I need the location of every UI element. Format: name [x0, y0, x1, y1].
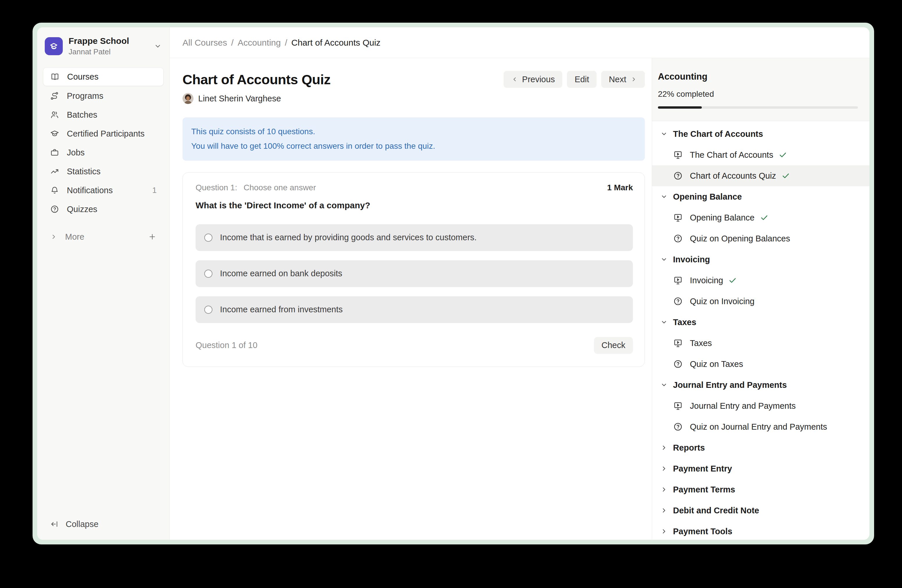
outline-chapter[interactable]: Invoicing	[652, 249, 869, 270]
check-button[interactable]: Check	[594, 337, 633, 354]
chapter-label: Reports	[673, 443, 705, 453]
collapse-label: Collapse	[66, 519, 99, 529]
outline-lesson[interactable]: Quiz on Taxes	[652, 353, 869, 374]
radio-button[interactable]	[204, 270, 212, 278]
outline-chapter-collapsed[interactable]: Payment Entry	[652, 458, 869, 479]
outline-lesson[interactable]: Quiz on Opening Balances	[652, 228, 869, 249]
outline-tree[interactable]: The Chart of Accounts The Chart of Accou…	[652, 121, 869, 540]
lesson-label: Quiz on Invoicing	[690, 297, 754, 306]
lesson-label: Quiz on Opening Balances	[690, 234, 790, 244]
lesson-label: Invoicing	[690, 276, 723, 285]
outline-lesson[interactable]: Quiz on Journal Entry and Payments	[652, 416, 869, 437]
question-text: What is the 'Direct Income' of a company…	[196, 200, 633, 210]
monitor-play-icon	[673, 338, 683, 348]
chapter-label: Opening Balance	[673, 192, 742, 202]
monitor-play-icon	[673, 213, 683, 222]
outline-chapter-collapsed[interactable]: Reports	[652, 437, 869, 458]
monitor-play-icon	[673, 150, 683, 160]
outline-chapter[interactable]: Journal Entry and Payments	[652, 374, 869, 396]
book-open-icon	[50, 72, 60, 81]
breadcrumb-separator: /	[231, 38, 233, 48]
outline-lesson[interactable]: Invoicing	[652, 270, 869, 291]
chevron-down-icon	[660, 256, 668, 263]
outline-chapter-collapsed[interactable]: Payment Terms	[652, 479, 869, 500]
outline-chapter[interactable]: Taxes	[652, 312, 869, 333]
breadcrumb-separator: /	[285, 38, 287, 48]
chapter-label: Debit and Credit Note	[673, 506, 759, 515]
chapter-label: The Chart of Accounts	[673, 129, 763, 139]
content-row: Chart of Accounts Quiz Previous Edit	[170, 58, 869, 540]
progress-bar	[658, 106, 858, 109]
chevron-right-icon	[660, 507, 668, 514]
chevron-down-icon	[660, 381, 668, 389]
answer-option-3[interactable]: Income earned from investments	[196, 296, 633, 323]
sidebar-item-label: Certified Participants	[67, 129, 145, 139]
sidebar-item-quizzes[interactable]: Quizzes	[43, 200, 164, 218]
option-label: Income that is earned by providing goods…	[220, 233, 476, 242]
lesson-label: Chart of Accounts Quiz	[690, 171, 776, 181]
previous-label: Previous	[522, 75, 555, 84]
brand-name: Frappe School	[69, 36, 129, 46]
check-icon	[728, 276, 737, 285]
help-circle-icon	[50, 205, 59, 214]
collapse-sidebar-button[interactable]: Collapse	[43, 516, 164, 532]
previous-button[interactable]: Previous	[504, 71, 562, 88]
radio-button[interactable]	[204, 306, 212, 314]
chevron-down-icon	[154, 42, 162, 50]
plus-icon[interactable]	[148, 232, 157, 241]
question-card: Question 1: Choose one answer 1 Mark Wha…	[183, 172, 645, 367]
outline-chapter[interactable]: The Chart of Accounts	[652, 124, 869, 144]
answer-option-2[interactable]: Income earned on bank deposits	[196, 260, 633, 287]
check-label: Check	[601, 341, 625, 350]
page-title: Chart of Accounts Quiz	[183, 72, 331, 88]
sidebar-item-statistics[interactable]: Statistics	[43, 163, 164, 180]
outline-chapter[interactable]: Opening Balance	[652, 186, 869, 207]
sidebar-item-certified-participants[interactable]: Certified Participants	[43, 125, 164, 142]
outline-lesson[interactable]: Journal Entry and Payments	[652, 396, 869, 416]
quiz-help-icon	[673, 422, 683, 432]
quiz-nav-actions: Previous Edit Next	[504, 71, 645, 88]
outline-chapter-collapsed[interactable]: Payment Tools	[652, 521, 869, 540]
breadcrumb: All Courses / Accounting / Chart of Acco…	[183, 38, 381, 48]
notice-line-2: You will have to get 100% correct answer…	[191, 139, 636, 153]
edit-label: Edit	[575, 75, 589, 84]
course-outline-panel: Accounting 22% completed The Chart of Ac…	[652, 58, 869, 540]
main-panel: Chart of Accounts Quiz Previous Edit	[170, 58, 652, 540]
edit-button[interactable]: Edit	[567, 71, 597, 88]
breadcrumb-all-courses[interactable]: All Courses	[183, 38, 227, 48]
radio-button[interactable]	[204, 234, 212, 242]
outline-lesson[interactable]: Quiz on Invoicing	[652, 291, 869, 312]
next-button[interactable]: Next	[601, 71, 645, 88]
outline-lesson[interactable]: Taxes	[652, 333, 869, 353]
sidebar-item-jobs[interactable]: Jobs	[43, 144, 164, 161]
check-icon	[778, 150, 787, 159]
workspace-switcher[interactable]: Frappe School Jannat Patel	[43, 35, 164, 58]
left-sidebar: Frappe School Jannat Patel Courses Progr…	[37, 27, 170, 540]
question-number-label: Question 1:	[196, 183, 237, 192]
sidebar-item-programs[interactable]: Programs	[43, 87, 164, 105]
answer-option-1[interactable]: Income that is earned by providing goods…	[196, 224, 633, 251]
quiz-help-icon	[673, 234, 683, 244]
sidebar-item-more[interactable]: More	[43, 228, 164, 246]
check-icon	[781, 171, 790, 180]
outline-lesson[interactable]: The Chart of Accounts	[652, 144, 869, 165]
sidebar-item-notifications[interactable]: Notifications 1	[43, 181, 164, 199]
chevron-right-icon	[660, 465, 668, 472]
sidebar-item-label: Quizzes	[67, 205, 97, 214]
chevron-right-icon	[660, 486, 668, 493]
outline-chapter-collapsed[interactable]: Debit and Credit Note	[652, 500, 869, 521]
option-label: Income earned on bank deposits	[220, 269, 342, 278]
chevron-down-icon	[660, 318, 668, 326]
chapter-label: Journal Entry and Payments	[673, 380, 787, 390]
sidebar-item-courses[interactable]: Courses	[43, 67, 164, 86]
question-instruction: Choose one answer	[244, 183, 316, 192]
graduation-cap-icon	[50, 129, 59, 138]
breadcrumb-accounting[interactable]: Accounting	[238, 38, 281, 48]
sidebar-item-batches[interactable]: Batches	[43, 106, 164, 124]
outline-lesson[interactable]: Opening Balance	[652, 207, 869, 228]
progress-bar-fill	[658, 106, 702, 109]
notice-line-1: This quiz consists of 10 questions.	[191, 124, 636, 139]
lesson-label: Quiz on Journal Entry and Payments	[690, 422, 827, 432]
outline-lesson-current[interactable]: Chart of Accounts Quiz	[652, 165, 869, 186]
question-header: Question 1: Choose one answer 1 Mark	[196, 183, 633, 192]
